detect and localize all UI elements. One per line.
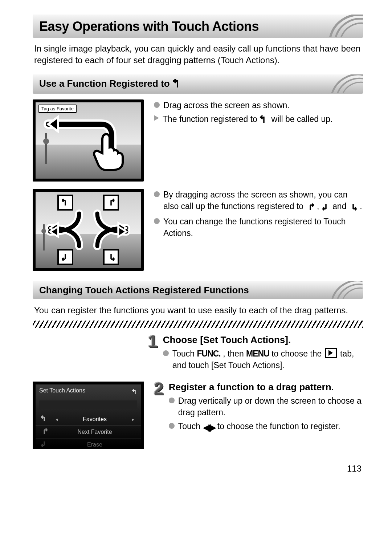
settings-row: Erase xyxy=(36,438,141,451)
use-function-row-1: Tag as Favorite Drag across the screen a… xyxy=(33,99,363,182)
page-title: Easy Operations with Touch Actions xyxy=(39,19,259,34)
use-function-title-text: Use a Function Registered to xyxy=(39,78,172,89)
svg-marker-0 xyxy=(48,117,58,131)
changing-functions-title-text: Changing Touch Actions Registered Functi… xyxy=(39,285,249,296)
subtitle-arc-decor xyxy=(319,74,363,94)
subtitle-arc-decor xyxy=(319,281,363,299)
up-left-arrow-icon xyxy=(260,115,269,126)
drag-gesture-screenshot: Tag as Favorite xyxy=(33,99,144,182)
step-number: 1 xyxy=(148,333,158,373)
four-directions-screenshot xyxy=(33,189,144,271)
step-2-row: Set Touch Actions ↰ ◂ Favorites ▸ Next F… xyxy=(33,382,363,449)
back-arrow-icon: ↰ xyxy=(131,387,137,396)
bullet-dot-icon xyxy=(163,350,169,356)
down-right-arrow-icon xyxy=(349,202,358,213)
step-1: 1 Choose [Set Touch Actions]. Touch FUNC… xyxy=(148,334,363,373)
settings-row: Next Favorite xyxy=(36,425,141,438)
four-direction-arrows xyxy=(36,192,141,268)
bullet-dot-icon xyxy=(169,423,175,429)
settings-row-label: Erase xyxy=(60,441,130,448)
menu-label: MENU xyxy=(246,349,269,358)
bullet-text: Touch FUNC. , then MENU to choose the ta… xyxy=(172,348,363,371)
settings-row-label: Next Favorite xyxy=(60,429,130,435)
step-number: 2 xyxy=(154,380,164,436)
use-function-bullets-a: Drag across the screen as shown. The fun… xyxy=(154,99,363,182)
bullet-dot-icon xyxy=(154,218,160,224)
manual-page: Easy Operations with Touch Actions In si… xyxy=(0,0,392,488)
bullet-text: Touch ◀▶ to choose the function to regis… xyxy=(178,420,363,434)
bullet-text: Drag across the screen as shown. xyxy=(163,99,363,111)
lead-paragraph: In single image playback, you can quickl… xyxy=(34,43,362,66)
settings-screenshot: Set Touch Actions ↰ ◂ Favorites ▸ Next F… xyxy=(33,382,144,449)
bullet-text: You can change the functions registered … xyxy=(163,216,363,239)
use-function-bullets-b: By dragging across the screen as shown, … xyxy=(154,189,363,271)
page-number: 113 xyxy=(33,464,362,474)
pointing-hand-icon xyxy=(90,131,126,171)
up-right-arrow-icon xyxy=(41,428,54,436)
step-title: Choose [Set Touch Actions]. xyxy=(163,334,363,346)
func-label: FUNC. xyxy=(197,349,220,358)
bullet-dot-icon xyxy=(169,398,175,403)
use-function-row-2: By dragging across the screen as shown, … xyxy=(33,189,363,271)
settings-row: ◂ Favorites ▸ xyxy=(36,413,141,425)
hatched-divider xyxy=(33,321,363,328)
changing-functions-lead: You can register the functions you want … xyxy=(34,305,362,316)
changing-functions-section-title: Changing Touch Actions Registered Functi… xyxy=(33,281,363,299)
down-left-arrow-icon xyxy=(322,202,330,213)
step-2: 2 Register a function to a drag pattern.… xyxy=(154,382,363,436)
up-left-arrow-icon xyxy=(172,79,183,91)
bullet-text: By dragging across the screen as shown, … xyxy=(163,189,363,213)
settings-tab-bar xyxy=(39,400,137,409)
title-arc-decor xyxy=(316,15,363,38)
right-caret-icon: ▸ xyxy=(130,416,136,422)
step-title: Register a function to a drag pattern. xyxy=(169,382,363,393)
bullet-text: Drag vertically up or down the screen to… xyxy=(178,395,363,418)
bullet-dot-icon xyxy=(154,191,160,197)
result-triangle-icon xyxy=(154,115,159,121)
settings-header-label: Set Touch Actions xyxy=(39,387,85,396)
down-left-arrow-icon xyxy=(41,441,54,449)
left-caret-icon: ◂ xyxy=(54,416,60,422)
page-title-bar: Easy Operations with Touch Actions xyxy=(33,15,363,38)
bullet-dot-icon xyxy=(154,102,160,108)
bullet-text: The function registered to will be calle… xyxy=(163,113,363,126)
up-left-arrow-icon xyxy=(41,415,54,423)
use-function-section-title: Use a Function Registered to xyxy=(33,74,363,94)
settings-row-label: Favorites xyxy=(60,416,130,423)
up-right-arrow-icon xyxy=(306,202,315,213)
playback-tab-icon xyxy=(325,348,337,358)
left-right-arrows-icon: ◀▶ xyxy=(203,421,214,434)
